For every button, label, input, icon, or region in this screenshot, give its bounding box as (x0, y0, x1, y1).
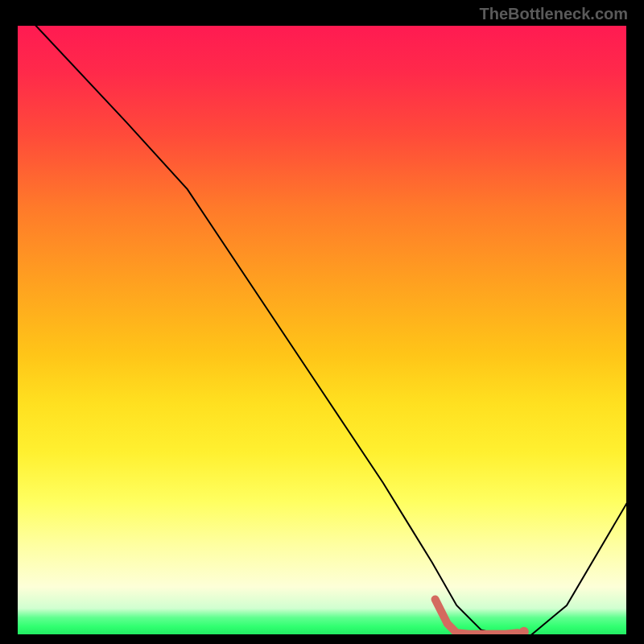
optimal-range-band (436, 599, 518, 634)
attribution-label: TheBottleneck.com (480, 5, 628, 23)
optimal-point-dot (519, 627, 529, 636)
bottleneck-curve (35, 24, 628, 636)
chart-svg (16, 24, 628, 636)
